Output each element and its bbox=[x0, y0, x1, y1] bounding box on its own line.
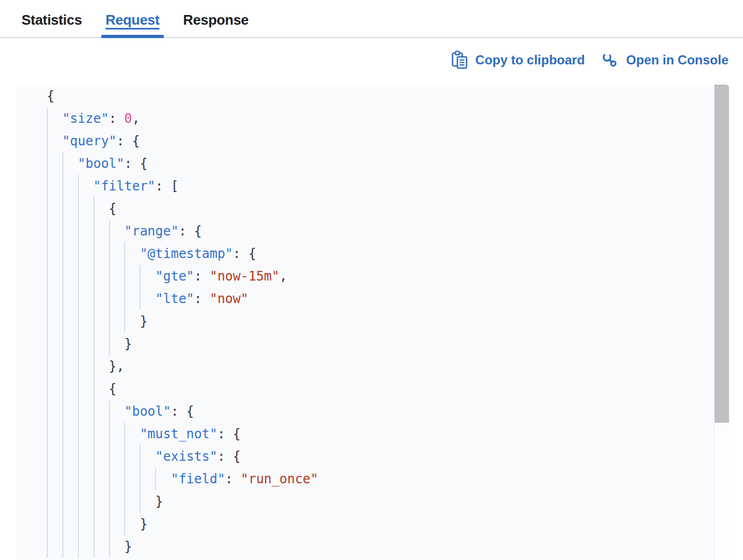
indent-guide bbox=[93, 220, 94, 242]
code-line: "@timestamp": { bbox=[17, 242, 729, 265]
indent-guide bbox=[109, 445, 110, 468]
indent-guide bbox=[124, 468, 125, 490]
indent-guide bbox=[93, 535, 94, 558]
code-line: "size": 0, bbox=[17, 107, 729, 130]
indent-guide bbox=[109, 310, 110, 333]
indent-guide bbox=[140, 445, 141, 468]
code-lines: { "size": 0, "query": { "bool": { "filte… bbox=[17, 85, 729, 558]
indent-guide bbox=[62, 220, 63, 242]
indent-guide bbox=[47, 220, 48, 242]
code-line: "gte": "now-15m", bbox=[17, 265, 729, 288]
indent-guide bbox=[78, 242, 79, 265]
indent-guide bbox=[62, 468, 63, 490]
indent-guide bbox=[109, 400, 110, 423]
indent-guide bbox=[62, 378, 63, 400]
scrollbar-track[interactable] bbox=[714, 85, 729, 560]
indent-guide bbox=[93, 333, 94, 355]
indent-guide bbox=[47, 310, 48, 333]
indent-guide bbox=[140, 288, 141, 310]
indent-guide bbox=[78, 288, 79, 310]
indent-guide bbox=[109, 288, 110, 310]
indent-guide bbox=[62, 288, 63, 310]
code-line: { bbox=[17, 378, 729, 400]
indent-guide bbox=[47, 400, 48, 423]
indent-guide bbox=[62, 490, 63, 513]
code-line: } bbox=[17, 490, 729, 513]
code-line: "exists": { bbox=[17, 445, 729, 468]
code-line: { bbox=[17, 197, 729, 220]
code-line: { bbox=[17, 85, 729, 107]
indent-guide bbox=[47, 288, 48, 310]
indent-guide bbox=[47, 355, 48, 378]
indent-guide bbox=[109, 265, 110, 288]
indent-guide bbox=[62, 513, 63, 535]
indent-guide bbox=[93, 490, 94, 513]
open-in-console-label: Open in Console bbox=[626, 53, 729, 68]
indent-guide bbox=[62, 242, 63, 265]
indent-guide bbox=[47, 242, 48, 265]
open-in-console-button[interactable]: Open in Console bbox=[601, 51, 729, 69]
indent-guide bbox=[109, 423, 110, 445]
indent-guide bbox=[78, 445, 79, 468]
indent-guide bbox=[78, 423, 79, 445]
tab-response[interactable]: Response bbox=[179, 12, 253, 37]
code-line: "bool": { bbox=[17, 152, 729, 175]
indent-guide bbox=[93, 378, 94, 400]
indent-guide bbox=[78, 490, 79, 513]
indent-guide bbox=[62, 197, 63, 220]
code-line: "lte": "now" bbox=[17, 288, 729, 310]
code-line: "range": { bbox=[17, 220, 729, 242]
scrollbar-thumb[interactable] bbox=[715, 85, 729, 423]
tab-request[interactable]: Request bbox=[101, 12, 164, 37]
indent-guide bbox=[78, 197, 79, 220]
indent-guide bbox=[47, 175, 48, 197]
indent-guide bbox=[47, 152, 48, 175]
indent-guide bbox=[109, 490, 110, 513]
code-line: "bool": { bbox=[17, 400, 729, 423]
indent-guide bbox=[93, 445, 94, 468]
indent-guide bbox=[62, 175, 63, 197]
request-code-block[interactable]: { "size": 0, "query": { "bool": { "filte… bbox=[17, 85, 729, 560]
code-line: }, bbox=[17, 355, 729, 378]
tab-statistics[interactable]: Statistics bbox=[17, 12, 86, 37]
indent-guide bbox=[47, 535, 48, 558]
indent-guide bbox=[62, 310, 63, 333]
code-line: } bbox=[17, 310, 729, 333]
request-actions: Copy to clipboard Open in Console bbox=[0, 38, 743, 77]
indent-guide bbox=[47, 513, 48, 535]
indent-guide bbox=[140, 265, 141, 288]
indent-guide bbox=[93, 423, 94, 445]
indent-guide bbox=[62, 152, 63, 175]
indent-guide bbox=[93, 197, 94, 220]
indent-guide bbox=[47, 197, 48, 220]
indent-guide bbox=[78, 355, 79, 378]
indent-guide bbox=[78, 535, 79, 558]
indent-guide bbox=[93, 288, 94, 310]
indent-guide bbox=[78, 513, 79, 535]
indent-guide bbox=[47, 265, 48, 288]
indent-guide bbox=[109, 535, 110, 558]
indent-guide bbox=[78, 220, 79, 242]
indent-guide bbox=[124, 288, 125, 310]
indent-guide bbox=[140, 490, 141, 513]
indent-guide bbox=[124, 513, 125, 535]
indent-guide bbox=[47, 423, 48, 445]
indent-guide bbox=[109, 513, 110, 535]
indent-guide bbox=[109, 468, 110, 490]
indent-guide bbox=[62, 445, 63, 468]
indent-guide bbox=[124, 423, 125, 445]
code-line: } bbox=[17, 333, 729, 355]
code-line: "filter": [ bbox=[17, 175, 729, 197]
indent-guide bbox=[47, 378, 48, 400]
indent-guide bbox=[155, 468, 156, 490]
indent-guide bbox=[78, 468, 79, 490]
indent-guide bbox=[93, 513, 94, 535]
indent-guide bbox=[47, 333, 48, 355]
indent-guide bbox=[78, 333, 79, 355]
indent-guide bbox=[47, 130, 48, 152]
inspector-tab-bar: Statistics Request Response bbox=[0, 0, 743, 38]
indent-guide bbox=[78, 400, 79, 423]
code-line: } bbox=[17, 513, 729, 535]
indent-guide bbox=[62, 355, 63, 378]
copy-to-clipboard-button[interactable]: Copy to clipboard bbox=[450, 50, 585, 70]
